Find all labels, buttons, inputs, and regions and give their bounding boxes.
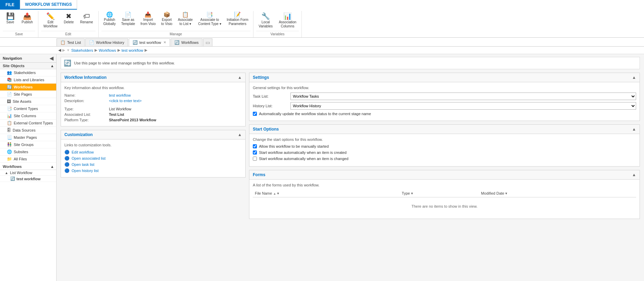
- settings-desc: General settings for this workflow.: [253, 86, 636, 90]
- ribbon-group-save: 💾 Save 📤 Publish Save: [0, 11, 38, 37]
- sidebar-item-site-assets[interactable]: 🖼 Site Assets: [0, 98, 56, 105]
- associate-to-list-button[interactable]: 📋 Associate to List ▾: [176, 11, 195, 27]
- manual-start-checkbox[interactable]: [253, 144, 257, 148]
- file-name-dropdown[interactable]: ▾: [277, 191, 279, 195]
- auto-change-checkbox[interactable]: [253, 157, 257, 161]
- edit-workflow-link[interactable]: 🔵 Edit workflow: [64, 149, 242, 155]
- modified-date-col[interactable]: Modified Date ▾: [479, 190, 636, 197]
- sidebar-item-all-files[interactable]: 📁 All Files: [0, 156, 56, 163]
- site-assets-label: Site Assets: [13, 99, 31, 103]
- task-list-select-wrapper[interactable]: Workflow Tasks: [290, 93, 636, 100]
- local-variables-button[interactable]: 🔧 Local Variables: [256, 11, 275, 30]
- import-from-visio-button[interactable]: 📥 Import from Visio: [138, 11, 158, 27]
- sidebar-item-content-types[interactable]: 📑 Content Types: [0, 105, 56, 112]
- tab-workflow-history[interactable]: 📄 Workflow History: [85, 38, 128, 47]
- breadcrumb-stakeholders[interactable]: Stakeholders: [71, 48, 93, 52]
- auto-update-checkbox[interactable]: [253, 112, 257, 116]
- sidebar-list-workflow[interactable]: ▲ List Workflow: [0, 170, 56, 176]
- sidebar-item-data-sources[interactable]: 🗄 Data Sources: [0, 127, 56, 134]
- breadcrumb-forward[interactable]: ▶: [62, 48, 65, 52]
- manage-group-label: Manage: [101, 31, 250, 37]
- initiation-form-parameters-button[interactable]: 📝 Initiation Form Parameters: [225, 11, 250, 27]
- delete-button[interactable]: ✖ Delete: [61, 11, 76, 26]
- sidebar-item-site-columns[interactable]: 📊 Site Columns: [0, 112, 56, 120]
- test-workflow-nav-label: test workflow: [16, 177, 40, 181]
- save-group-label: Save: [3, 31, 35, 37]
- sidebar-collapse-icon[interactable]: ◀: [50, 56, 53, 61]
- tab-workflow-settings[interactable]: WORKFLOW SETTINGS: [20, 0, 77, 10]
- open-task-list-link[interactable]: 🔵 Open task list: [64, 161, 242, 168]
- tab-file[interactable]: FILE: [0, 0, 20, 10]
- sidebar-test-workflow[interactable]: 🔄 test workflow: [0, 176, 56, 182]
- rename-button[interactable]: 🏷 Rename: [78, 11, 96, 26]
- modified-date-dropdown[interactable]: ▾: [505, 191, 507, 195]
- site-objects-collapse-icon: ▲: [50, 64, 54, 68]
- forms-toggle[interactable]: ▲: [632, 172, 636, 177]
- name-value[interactable]: test workflow: [109, 93, 131, 97]
- edit-workflow-button[interactable]: ✏️ Edit Workflow: [41, 11, 60, 30]
- workflows-section-header[interactable]: Workflows ▲: [0, 163, 56, 170]
- stakeholders-label: Stakeholders: [14, 71, 36, 75]
- tab-test-list[interactable]: 📋 Test List: [57, 38, 85, 47]
- history-list-select[interactable]: Workflow History: [290, 102, 636, 110]
- tab-add[interactable]: ▭: [203, 38, 212, 47]
- open-task-list-label: Open task list: [72, 162, 95, 167]
- sidebar-item-workflows[interactable]: 🔄 Workflows: [0, 84, 56, 91]
- tab-test-workflow[interactable]: 🔄 test workflow ✕: [129, 38, 170, 47]
- breadcrumb-workflows[interactable]: Workflows: [99, 48, 116, 52]
- workflow-info-toggle[interactable]: ▲: [238, 75, 242, 80]
- settings-toggle[interactable]: ▲: [632, 75, 636, 80]
- tab-workflows[interactable]: 🔄 Workflows: [171, 38, 202, 47]
- info-row-name: Name: test workflow: [64, 93, 242, 98]
- delete-label: Delete: [64, 20, 74, 24]
- publish-button[interactable]: 📤 Publish: [19, 11, 35, 26]
- description-value[interactable]: <click to enter text>: [109, 99, 141, 103]
- manual-start-label: Allow this workflow to be manually start…: [259, 144, 329, 148]
- sidebar-item-stakeholders[interactable]: 👥 Stakeholders: [0, 69, 56, 76]
- site-groups-label: Site Groups: [14, 143, 34, 147]
- test-list-icon: 📋: [60, 40, 65, 45]
- sidebar-item-lists-libraries[interactable]: 📚 Lists and Libraries: [0, 76, 56, 84]
- file-name-sort[interactable]: ▲: [273, 192, 276, 195]
- history-list-select-wrapper[interactable]: Workflow History: [290, 102, 636, 110]
- test-workflow-close[interactable]: ✕: [163, 40, 166, 44]
- platform-label: Platform Type:: [64, 118, 109, 122]
- publish-icon: 📤: [23, 13, 32, 20]
- nav-tabs-bar: 📋 Test List 📄 Workflow History 🔄 test wo…: [0, 38, 644, 47]
- type-dropdown[interactable]: ▾: [411, 191, 413, 195]
- auto-update-label: Automatically update the workflow status…: [259, 112, 371, 116]
- sidebar-item-site-pages[interactable]: 📄 Site Pages: [0, 91, 56, 98]
- type-col[interactable]: Type ▾: [400, 190, 479, 197]
- ribbon-body: 💾 Save 📤 Publish Save ✏️ Edit Workflow ✖: [0, 10, 644, 37]
- auto-create-checkbox[interactable]: [253, 150, 257, 155]
- start-options-body: Change the start options for this workfl…: [249, 134, 640, 166]
- task-list-select[interactable]: Workflow Tasks: [290, 93, 636, 100]
- associate-to-content-type-button[interactable]: 📑 Associate to Content Type ▾: [196, 11, 223, 27]
- open-history-list-link[interactable]: 🔵 Open history list: [64, 168, 242, 174]
- breadcrumb-dropdown[interactable]: ▼: [66, 48, 70, 52]
- save-button[interactable]: 💾 Save: [3, 11, 18, 26]
- forms-desc: A list of the forms used by this workflo…: [253, 183, 636, 187]
- settings-body: General settings for this workflow. Task…: [249, 82, 640, 121]
- publish-globally-button[interactable]: 🌐 Publish Globally: [101, 11, 118, 27]
- breadcrumb-test-workflow[interactable]: test workflow: [122, 48, 144, 52]
- manual-start-row: Allow this workflow to be manually start…: [253, 144, 636, 148]
- export-to-visio-button[interactable]: 📦 Export to Visio: [159, 11, 175, 27]
- site-objects-section[interactable]: Site Objects ▲: [0, 63, 56, 69]
- open-associated-list-link[interactable]: 🔵 Open associated list: [64, 155, 242, 161]
- start-options-toggle[interactable]: ▲: [632, 127, 636, 132]
- forms-title: Forms: [253, 172, 265, 177]
- sidebar-header[interactable]: Navigation ◀: [0, 54, 56, 63]
- stakeholders-icon: 👥: [7, 70, 12, 75]
- customization-toggle[interactable]: ▲: [238, 132, 242, 137]
- sidebar-item-subsites[interactable]: 🌐 Subsites: [0, 148, 56, 156]
- save-as-template-button[interactable]: 📄 Save as Template: [119, 11, 137, 27]
- sidebar-item-master-pages[interactable]: 📃 Master Pages: [0, 134, 56, 141]
- sidebar-item-external-content-types[interactable]: 📋 External Content Types: [0, 120, 56, 127]
- content-types-label: Content Types: [14, 107, 38, 111]
- file-name-col[interactable]: File Name ▲ ▾: [253, 190, 400, 197]
- breadcrumb-back[interactable]: ◀: [58, 48, 61, 52]
- association-columns-button[interactable]: 📊 Association Columns: [276, 11, 299, 30]
- workflow-info-header: Workflow Information ▲: [61, 73, 245, 82]
- sidebar-item-site-groups[interactable]: 👫 Site Groups: [0, 141, 56, 148]
